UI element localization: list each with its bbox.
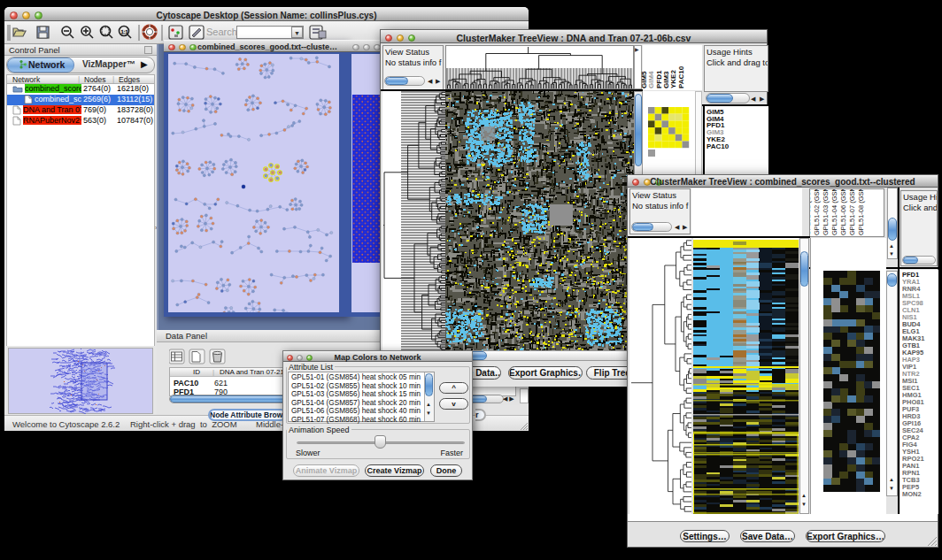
svg-text:1:1: 1:1 — [121, 29, 129, 35]
svg-text:Search:: Search: — [206, 27, 240, 37]
